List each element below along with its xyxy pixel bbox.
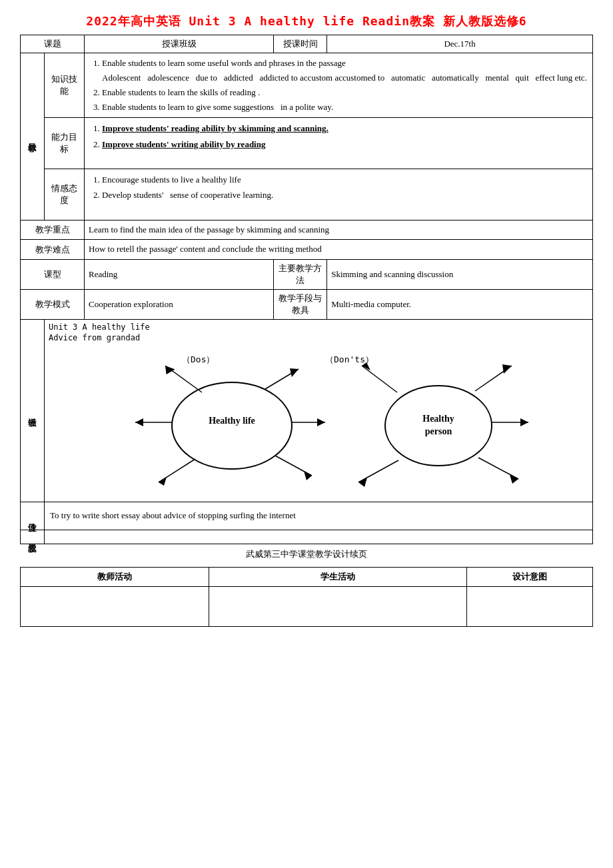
svg-point-4 bbox=[385, 386, 492, 466]
class-type-label: 课型 bbox=[21, 260, 85, 290]
ability-content: Improve students' reading ability by ski… bbox=[85, 118, 593, 169]
teaching-mode-label: 教学模式 bbox=[21, 290, 85, 320]
svg-line-27 bbox=[358, 460, 398, 482]
diagram-svg: （Dos） （Don'ts） Healthy life Healthy pers… bbox=[49, 346, 588, 492]
header-col2-label: 授课班级 bbox=[85, 35, 274, 53]
class-type-value: Reading bbox=[85, 260, 274, 290]
teaching-focus-row: 教学重点 Learn to find the main idea of the … bbox=[21, 220, 593, 240]
emotion-item-2: Develop students' sense of cooperative l… bbox=[102, 187, 588, 203]
board-title-2: Advice from grandad bbox=[49, 333, 588, 342]
bottom-content-row bbox=[21, 586, 593, 626]
svg-marker-8 bbox=[163, 362, 175, 374]
footer-label: 武威第三中学课堂教学设计续页 bbox=[20, 548, 593, 560]
class-type-row: 课型 Reading 主要教学方法 Skimming and scanning … bbox=[21, 260, 593, 290]
bottom-col3: 设计意图 bbox=[467, 567, 593, 586]
knowledge-item-2: Enable students to learn the skills of r… bbox=[102, 85, 588, 100]
page-title: 2022年高中英语 Unit 3 A healthy life Readin教案… bbox=[20, 13, 593, 29]
svg-marker-14 bbox=[304, 471, 312, 480]
svg-marker-22 bbox=[502, 364, 512, 374]
homework-row: 作业设计 To try to write short essay about a… bbox=[21, 502, 593, 530]
svg-text:Healthy life: Healthy life bbox=[209, 416, 255, 426]
svg-text:（Dos）: （Dos） bbox=[182, 354, 215, 364]
reflection-content bbox=[45, 530, 593, 544]
ability-label: 能力目标 bbox=[45, 118, 85, 169]
teaching-focus-label: 教学重点 bbox=[21, 220, 85, 240]
diagram-area: （Dos） （Don'ts） Healthy life Healthy pers… bbox=[49, 346, 588, 499]
board-title-1: Unit 3 A healthy life bbox=[49, 322, 588, 332]
knowledge-item-1: Enable students to learn some useful wor… bbox=[102, 56, 588, 85]
header-col1: 课题 bbox=[21, 35, 85, 53]
ability-item-2: Improve students' writing ability by rea… bbox=[102, 137, 588, 152]
emotion-row: 情感态度 Encourage students to live a health… bbox=[21, 169, 593, 220]
ability-item-1: Improve students' reading ability by ski… bbox=[102, 121, 588, 136]
svg-marker-28 bbox=[358, 478, 367, 487]
bottom-teacher-activity bbox=[21, 586, 209, 626]
teaching-goals-label: 教学目标 bbox=[21, 53, 45, 220]
teaching-difficulty-content: How to retell the passage' content and c… bbox=[85, 240, 593, 260]
bottom-table: 教师活动 学生活动 设计意图 bbox=[20, 567, 593, 627]
svg-text:person: person bbox=[425, 426, 452, 436]
bottom-col2: 学生活动 bbox=[209, 567, 467, 586]
teaching-mode-row: 教学模式 Cooperation exploration 教学手段与教具 Mul… bbox=[21, 290, 593, 320]
bottom-student-activity bbox=[209, 586, 467, 626]
homework-label: 作业设计 bbox=[21, 502, 45, 530]
emotion-item-1: Encourage students to live a healthy lif… bbox=[102, 172, 588, 187]
svg-line-25 bbox=[478, 458, 518, 479]
svg-marker-24 bbox=[520, 418, 528, 426]
teaching-difficulty-label: 教学难点 bbox=[21, 240, 85, 260]
svg-text:Healthy: Healthy bbox=[422, 414, 454, 424]
reflection-label: 教学反思 bbox=[21, 530, 45, 544]
method-label: 主要教学方法 bbox=[274, 260, 327, 290]
tools-label: 教学手段与教具 bbox=[274, 290, 327, 320]
tools-value: Multi-media computer. bbox=[327, 290, 593, 320]
teaching-focus-content: Learn to find the main idea of the passa… bbox=[85, 220, 593, 240]
svg-point-2 bbox=[172, 382, 292, 469]
teaching-difficulty-row: 教学难点 How to retell the passage' content … bbox=[21, 240, 593, 260]
knowledge-content: Enable students to learn some useful wor… bbox=[85, 53, 593, 118]
bottom-col1: 教师活动 bbox=[21, 567, 209, 586]
svg-line-19 bbox=[362, 366, 397, 392]
svg-marker-10 bbox=[135, 418, 143, 426]
teaching-mode-value: Cooperation exploration bbox=[85, 290, 274, 320]
main-table: 课题 授课班级 授课时间 Dec.17th 教学目标 知识技能 Enable s… bbox=[20, 35, 593, 544]
header-row: 课题 授课班级 授课时间 Dec.17th bbox=[21, 35, 593, 53]
method-value: Skimming and scanning discussion bbox=[327, 260, 593, 290]
board-design-row: 板书设计 Unit 3 A healthy life Advice from g… bbox=[21, 320, 593, 502]
bottom-design-intent bbox=[467, 586, 593, 626]
knowledge-item-3: Enable students to learn to give some su… bbox=[102, 100, 588, 115]
emotion-label: 情感态度 bbox=[45, 169, 85, 220]
svg-marker-18 bbox=[290, 368, 299, 377]
header-col3-label: 授课时间 bbox=[274, 35, 327, 53]
reflection-row: 教学反思 bbox=[21, 530, 593, 544]
ability-row: 能力目标 Improve students' reading ability b… bbox=[21, 118, 593, 169]
knowledge-row: 教学目标 知识技能 Enable students to learn some … bbox=[21, 53, 593, 118]
bottom-header-row: 教师活动 学生活动 设计意图 bbox=[21, 567, 593, 586]
emotion-content: Encourage students to live a healthy lif… bbox=[85, 169, 593, 220]
board-design-label: 板书设计 bbox=[21, 320, 45, 502]
knowledge-label: 知识技能 bbox=[45, 53, 85, 118]
header-col4: Dec.17th bbox=[327, 35, 593, 53]
homework-content: To try to write short essay about advice… bbox=[45, 502, 593, 530]
svg-marker-16 bbox=[317, 418, 325, 426]
board-design-content: Unit 3 A healthy life Advice from granda… bbox=[45, 320, 593, 502]
